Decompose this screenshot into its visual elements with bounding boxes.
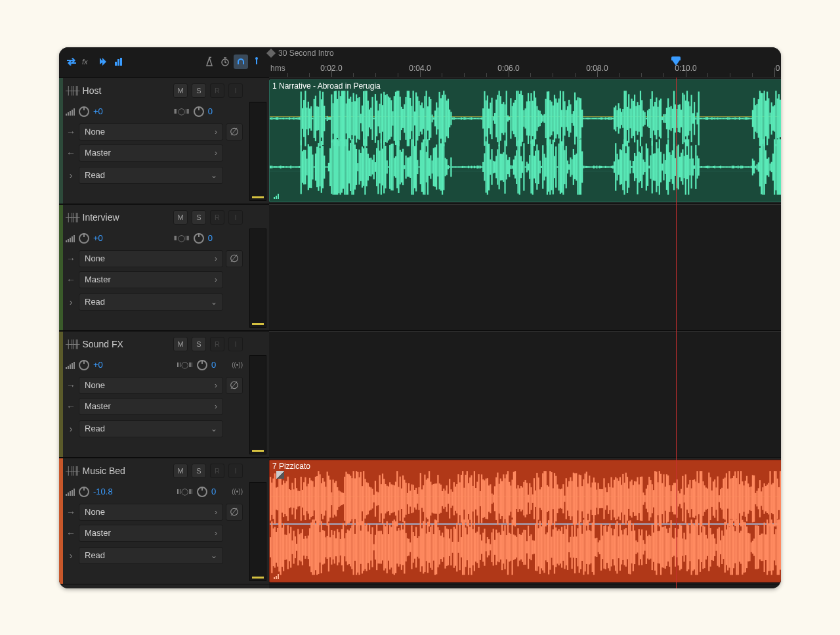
- mute-button[interactable]: M: [173, 337, 188, 351]
- svg-rect-1314: [426, 534, 427, 561]
- svg-rect-218: [577, 98, 578, 140]
- output-dropdown[interactable]: Master›: [79, 525, 223, 542]
- mute-button[interactable]: M: [173, 83, 188, 98]
- svg-rect-731: [742, 166, 743, 169]
- send-dropdown[interactable]: None›: [79, 504, 223, 521]
- track-lane-host[interactable]: 1 Narrative - Abroad in Perugia: [269, 77, 781, 204]
- automation-dropdown[interactable]: Read⌄: [79, 547, 223, 564]
- svg-rect-456: [341, 142, 343, 193]
- send-dropdown[interactable]: None›: [79, 250, 223, 267]
- volume-value[interactable]: +0: [93, 106, 103, 116]
- metronome-icon[interactable]: [202, 55, 217, 69]
- svg-rect-1497: [692, 524, 694, 571]
- mute-button[interactable]: M: [173, 210, 188, 225]
- track-lane-interview[interactable]: [269, 204, 781, 331]
- output-dropdown[interactable]: Master›: [79, 398, 223, 415]
- volume-knob[interactable]: [79, 233, 89, 244]
- track-header-musicbed[interactable]: ┼╫╫ Music Bed M S R I -10.8 Ⅲ◯Ⅲ 0 ((•: [59, 458, 269, 584]
- pan-value[interactable]: 0: [208, 233, 213, 243]
- eq-icon[interactable]: [112, 55, 126, 69]
- pan-value[interactable]: 0: [208, 106, 213, 116]
- record-arm-button[interactable]: R: [210, 210, 224, 225]
- chevron-right-icon[interactable]: ›: [66, 170, 76, 181]
- input-monitor-button[interactable]: I: [228, 83, 243, 98]
- input-monitor-button[interactable]: I: [228, 210, 243, 225]
- pan-knob[interactable]: [197, 360, 207, 370]
- track-header-host[interactable]: ┼╫╫ Host M S R I +0 Ⅲ◯Ⅲ 0: [59, 77, 269, 204]
- volume-knob[interactable]: [79, 487, 89, 497]
- time-ruler[interactable]: hms 0:02.0 0:04.0 0:06.0 0:08.0 0:10.0 0: [269, 60, 781, 77]
- volume-value[interactable]: +0: [93, 233, 103, 243]
- automation-dropdown[interactable]: Read⌄: [79, 294, 223, 311]
- track-header-soundfx[interactable]: ┼╫╫ Sound FX M S R I +0 Ⅲ◯Ⅲ 0 ((•)): [59, 331, 269, 458]
- clip-pizzicato[interactable]: 7 Pizzicato: [269, 460, 781, 582]
- inputs-outputs-icon[interactable]: [64, 55, 79, 69]
- timeline-header[interactable]: 30 Second Intro hms 0:02.0 0:04.0 0:06.0…: [269, 47, 781, 77]
- svg-rect-1401: [553, 530, 554, 565]
- volume-knob[interactable]: [79, 360, 89, 370]
- track-header-interview[interactable]: ┼╫╫ Interview M S R I +0 Ⅲ◯Ⅲ 0: [59, 204, 269, 331]
- track-lane-musicbed[interactable]: 7 Pizzicato: [269, 458, 781, 584]
- automation-dropdown[interactable]: Read⌄: [79, 420, 223, 437]
- mute-button[interactable]: M: [173, 464, 188, 478]
- chevron-right-icon[interactable]: ›: [66, 424, 76, 434]
- automation-dropdown[interactable]: Read⌄: [79, 167, 223, 184]
- solo-button[interactable]: S: [192, 210, 206, 225]
- svg-rect-554: [484, 154, 485, 181]
- track-name[interactable]: Interview: [83, 212, 169, 223]
- fade-handle-icon[interactable]: [276, 471, 284, 479]
- pan-knob[interactable]: [197, 487, 207, 497]
- svg-rect-500: [405, 156, 406, 179]
- track-name[interactable]: Sound FX: [83, 339, 169, 349]
- output-dropdown[interactable]: Master›: [79, 144, 223, 162]
- playhead[interactable]: [671, 59, 681, 68]
- svg-rect-1014: [572, 481, 573, 517]
- phase-button[interactable]: ∅: [226, 123, 243, 141]
- phase-button[interactable]: ∅: [226, 250, 243, 267]
- tracks-timeline-area[interactable]: 1 Narrative - Abroad in Perugia 7 Pizzic…: [269, 77, 781, 588]
- pan-value[interactable]: 0: [211, 360, 216, 370]
- send-dropdown[interactable]: None›: [79, 123, 223, 141]
- arrow-left-icon: ←: [66, 528, 76, 538]
- pan-value[interactable]: 0: [211, 487, 216, 496]
- stereo-send-icon[interactable]: ((•)): [232, 488, 243, 495]
- svg-rect-943: [468, 483, 469, 514]
- track-lane-soundfx[interactable]: [269, 331, 781, 458]
- input-monitor-button[interactable]: I: [228, 464, 243, 478]
- pan-knob[interactable]: [194, 106, 204, 117]
- solo-button[interactable]: S: [192, 337, 206, 351]
- input-monitor-button[interactable]: I: [228, 337, 243, 351]
- pan-knob[interactable]: [194, 233, 204, 244]
- clip-narrative[interactable]: 1 Narrative - Abroad in Perugia: [269, 79, 781, 202]
- volume-knob[interactable]: [79, 106, 89, 117]
- track-name[interactable]: Host: [83, 85, 169, 96]
- clip-label: 7 Pizzicato: [272, 462, 310, 471]
- track-name[interactable]: Music Bed: [83, 466, 169, 476]
- timer-icon[interactable]: [218, 55, 232, 69]
- svg-rect-486: [385, 146, 386, 188]
- solo-button[interactable]: S: [192, 464, 206, 478]
- svg-rect-1372: [510, 534, 511, 561]
- record-arm-button[interactable]: R: [210, 337, 224, 351]
- volume-value[interactable]: +0: [93, 360, 103, 370]
- send-dropdown[interactable]: None›: [79, 377, 223, 394]
- sends-icon[interactable]: [96, 55, 110, 69]
- svg-rect-411: [276, 166, 277, 167]
- record-arm-button[interactable]: R: [210, 83, 224, 98]
- svg-rect-1404: [556, 531, 558, 564]
- output-dropdown[interactable]: Master›: [79, 271, 223, 288]
- chevron-right-icon[interactable]: ›: [66, 550, 76, 561]
- svg-rect-1132: [743, 486, 744, 512]
- tool-pin-icon[interactable]: [249, 55, 264, 69]
- fx-icon[interactable]: fx: [80, 55, 94, 69]
- volume-value[interactable]: -10.8: [93, 487, 113, 496]
- monitor-icon[interactable]: [234, 55, 248, 69]
- svg-rect-1358: [490, 544, 491, 551]
- svg-rect-127: [444, 95, 446, 142]
- record-arm-button[interactable]: R: [210, 464, 224, 478]
- chevron-right-icon[interactable]: ›: [66, 297, 76, 307]
- stereo-send-icon[interactable]: ((•)): [232, 361, 243, 368]
- phase-button[interactable]: ∅: [226, 377, 243, 394]
- phase-button[interactable]: ∅: [226, 504, 243, 521]
- solo-button[interactable]: S: [192, 83, 206, 98]
